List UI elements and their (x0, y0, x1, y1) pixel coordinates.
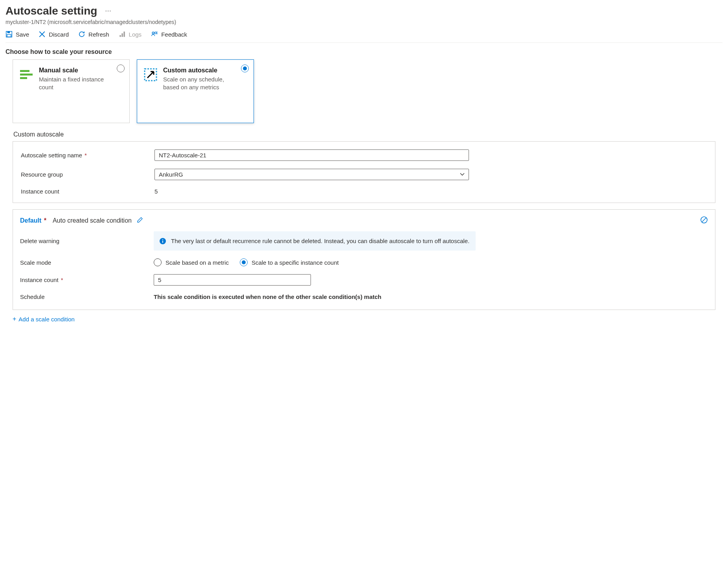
info-icon (159, 238, 166, 245)
feedback-icon (151, 31, 158, 38)
plus-icon: + (13, 315, 16, 323)
svg-rect-7 (123, 31, 125, 37)
svg-point-8 (152, 32, 154, 34)
edit-condition-icon[interactable] (136, 216, 143, 225)
more-actions-icon[interactable]: ⋯ (105, 7, 112, 15)
schedule-label: Schedule (20, 293, 154, 300)
svg-rect-6 (121, 33, 123, 37)
scale-mode-label: Scale mode (20, 259, 154, 266)
resource-group-label: Resource group (21, 171, 154, 178)
custom-autoscale-title: Custom autoscale (163, 67, 242, 74)
svg-rect-5 (119, 35, 121, 37)
delete-warning-text: The very last or default recurrence rule… (171, 237, 469, 245)
close-icon (39, 31, 46, 38)
manual-scale-radio[interactable] (117, 65, 125, 72)
logs-icon (119, 31, 126, 38)
disable-condition-icon[interactable] (700, 216, 708, 225)
delete-warning-label: Delete warning (20, 231, 154, 244)
breadcrumb: mycluster-1/NT2 (microsoft.servicefabric… (6, 19, 722, 25)
scale-option-cards: Manual scale Maintain a fixed instance c… (13, 59, 722, 123)
custom-autoscale-heading: Custom autoscale (13, 131, 722, 138)
svg-rect-1 (7, 31, 10, 33)
refresh-label: Refresh (88, 31, 109, 38)
save-icon (6, 31, 13, 38)
discard-label: Discard (49, 31, 69, 38)
refresh-button[interactable]: Refresh (78, 31, 109, 38)
schedule-text: This scale condition is executed when no… (154, 293, 381, 300)
choose-heading: Choose how to scale your resource (6, 48, 722, 55)
scale-mode-specific-label: Scale to a specific instance count (252, 259, 339, 266)
scale-mode-metric-label: Scale based on a metric (165, 259, 229, 266)
svg-rect-9 (20, 70, 29, 72)
add-scale-condition-link[interactable]: + Add a scale condition (13, 315, 722, 323)
svg-rect-11 (20, 77, 27, 79)
condition-instance-count-label: Instance count * (20, 277, 154, 283)
svg-rect-10 (20, 74, 33, 76)
custom-autoscale-radio[interactable] (241, 65, 249, 72)
refresh-icon (78, 31, 85, 38)
custom-autoscale-desc: Scale on any schedule, based on any metr… (163, 76, 242, 92)
scale-mode-metric-radio[interactable]: Scale based on a metric (154, 258, 229, 266)
resource-group-select[interactable]: AnkurRG (154, 169, 469, 180)
condition-subtitle: Auto created scale condition (53, 217, 132, 224)
instance-count-label: Instance count (21, 188, 154, 195)
autoscale-settings-panel: Autoscale setting name * Resource group … (13, 141, 715, 203)
condition-instance-count-input[interactable] (154, 274, 311, 286)
manual-scale-icon (19, 68, 33, 82)
setting-name-label: Autoscale setting name * (21, 152, 154, 159)
feedback-label: Feedback (161, 31, 187, 38)
command-bar: Save Discard Refresh Logs Feedback (6, 25, 722, 43)
scale-mode-specific-radio[interactable]: Scale to a specific instance count (240, 258, 339, 266)
add-scale-condition-label: Add a scale condition (18, 316, 75, 323)
svg-line-14 (702, 218, 706, 222)
manual-scale-title: Manual scale (39, 67, 118, 74)
svg-rect-16 (162, 241, 163, 243)
save-button[interactable]: Save (6, 31, 29, 38)
custom-autoscale-icon (143, 68, 158, 82)
logs-label: Logs (129, 31, 142, 38)
svg-rect-2 (7, 35, 11, 37)
svg-point-17 (162, 239, 163, 240)
custom-autoscale-card[interactable]: Custom autoscale Scale on any schedule, … (137, 59, 254, 123)
page-title: Autoscale setting (6, 5, 97, 17)
feedback-button[interactable]: Feedback (151, 31, 187, 38)
instance-count-value: 5 (154, 188, 158, 195)
manual-scale-card[interactable]: Manual scale Maintain a fixed instance c… (13, 59, 130, 123)
save-label: Save (16, 31, 29, 38)
discard-button[interactable]: Discard (39, 31, 69, 38)
scale-condition-panel: Default * Auto created scale condition D… (13, 209, 715, 310)
delete-warning-info: The very last or default recurrence rule… (154, 231, 476, 251)
logs-button: Logs (119, 31, 142, 38)
condition-title[interactable]: Default * (20, 217, 46, 224)
manual-scale-desc: Maintain a fixed instance count (39, 76, 118, 92)
setting-name-input[interactable] (154, 149, 469, 161)
